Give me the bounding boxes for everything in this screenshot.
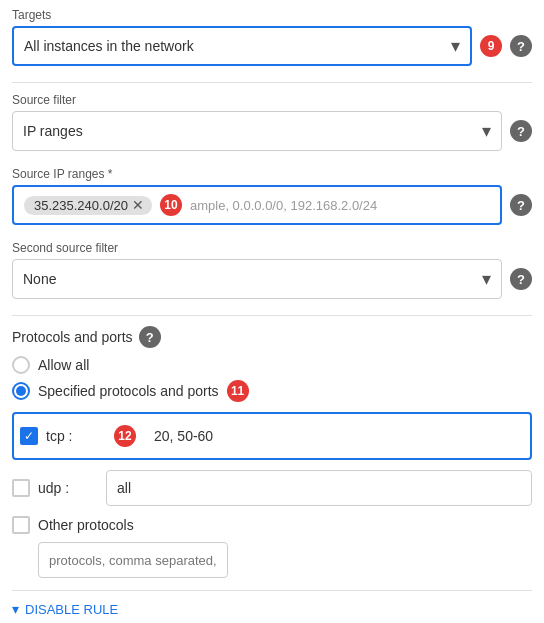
source-ip-label: Source IP ranges * bbox=[12, 167, 532, 181]
disable-rule-row[interactable]: ▾ DISABLE RULE bbox=[12, 601, 532, 617]
protocols-help-icon[interactable]: ? bbox=[139, 326, 161, 348]
second-source-chevron-icon: ▾ bbox=[482, 268, 491, 290]
specified-radio-icon[interactable] bbox=[12, 382, 30, 400]
disable-rule-chevron-icon: ▾ bbox=[12, 601, 19, 617]
targets-value: All instances in the network bbox=[24, 38, 194, 54]
second-source-value: None bbox=[23, 271, 56, 287]
allow-all-radio-item[interactable]: Allow all bbox=[12, 356, 532, 374]
other-protocols-checkbox[interactable] bbox=[12, 516, 30, 534]
other-protocols-input[interactable] bbox=[38, 542, 228, 578]
specified-radio-inner bbox=[16, 386, 26, 396]
source-filter-label: Source filter bbox=[12, 93, 532, 107]
radio-group: Allow all Specified protocols and ports … bbox=[12, 356, 532, 402]
source-ip-input-container[interactable]: 35.235.240.0/20 ✕ 10 ample, 0.0.0.0/0, 1… bbox=[12, 185, 502, 225]
source-filter-value: IP ranges bbox=[23, 123, 83, 139]
second-source-select[interactable]: None ▾ bbox=[12, 259, 502, 299]
other-protocols-label: Other protocols bbox=[38, 517, 134, 533]
tcp-label: tcp : bbox=[46, 428, 106, 444]
udp-input[interactable] bbox=[106, 470, 532, 506]
source-filter-chevron-icon: ▾ bbox=[482, 120, 491, 142]
tcp-row: tcp : 12 bbox=[12, 412, 532, 460]
source-ip-placeholder: ample, 0.0.0.0/0, 192.168.2.0/24 bbox=[190, 198, 377, 213]
other-protocols-row: Other protocols bbox=[12, 516, 532, 534]
udp-label: udp : bbox=[38, 480, 98, 496]
allow-all-label: Allow all bbox=[38, 357, 89, 373]
targets-chevron-icon: ▾ bbox=[451, 35, 460, 57]
second-source-label: Second source filter bbox=[12, 241, 532, 255]
targets-select[interactable]: All instances in the network ▾ bbox=[12, 26, 472, 66]
targets-help-icon[interactable]: ? bbox=[510, 35, 532, 57]
source-ip-badge: 10 bbox=[160, 194, 182, 216]
ip-chip-close-icon[interactable]: ✕ bbox=[132, 198, 144, 212]
protocols-title: Protocols and ports ? bbox=[12, 326, 532, 348]
tcp-input[interactable] bbox=[144, 418, 524, 454]
source-filter-help-icon[interactable]: ? bbox=[510, 120, 532, 142]
specified-radio-item[interactable]: Specified protocols and ports 11 bbox=[12, 380, 532, 402]
specified-badge: 11 bbox=[227, 380, 249, 402]
source-filter-select[interactable]: IP ranges ▾ bbox=[12, 111, 502, 151]
other-protocols-input-row bbox=[12, 542, 532, 578]
tcp-badge: 12 bbox=[114, 425, 136, 447]
source-ip-help-icon[interactable]: ? bbox=[510, 194, 532, 216]
allow-all-radio-icon[interactable] bbox=[12, 356, 30, 374]
ip-chip-value: 35.235.240.0/20 bbox=[34, 198, 128, 213]
udp-checkbox[interactable] bbox=[12, 479, 30, 497]
targets-label: Targets bbox=[12, 8, 532, 22]
ip-chip[interactable]: 35.235.240.0/20 ✕ bbox=[24, 196, 152, 215]
targets-badge: 9 bbox=[480, 35, 502, 57]
specified-label: Specified protocols and ports bbox=[38, 383, 219, 399]
disable-rule-label: DISABLE RULE bbox=[25, 602, 118, 617]
udp-row: udp : bbox=[12, 470, 532, 506]
second-source-help-icon[interactable]: ? bbox=[510, 268, 532, 290]
tcp-checkbox[interactable] bbox=[20, 427, 38, 445]
